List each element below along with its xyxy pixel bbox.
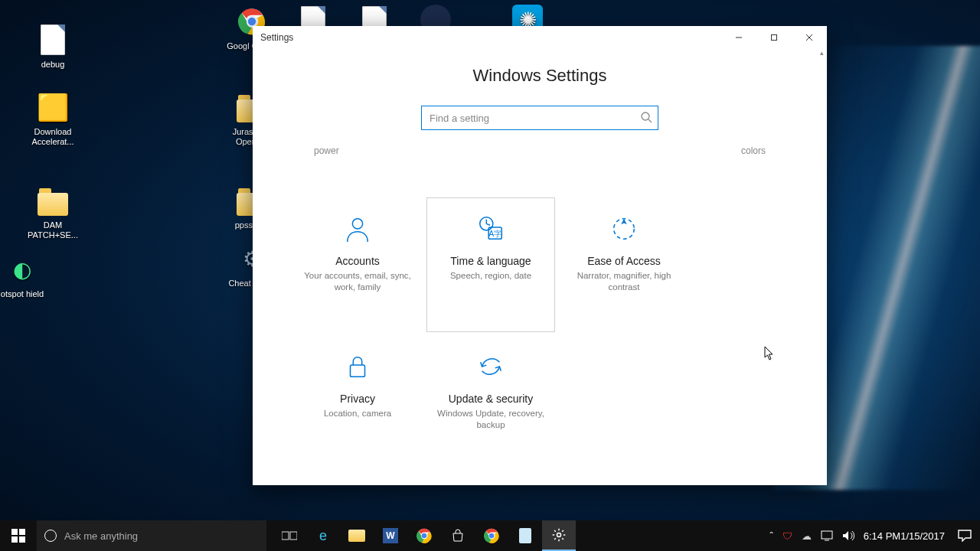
cortana-search[interactable]: Ask me anything bbox=[37, 520, 266, 551]
task-view-button[interactable] bbox=[273, 520, 306, 551]
svg-rect-17 bbox=[351, 365, 365, 377]
tile-ease-of-access[interactable]: Ease of Access Narrator, magnifier, high… bbox=[560, 197, 688, 332]
taskbar: Ask me anything e W bbox=[0, 520, 980, 551]
hint-right: colors bbox=[741, 145, 766, 156]
system-tray: ˆ 🛡 ☁ 6:14 PM 1/15/2017 bbox=[765, 520, 980, 551]
svg-rect-22 bbox=[282, 532, 289, 540]
lock-icon bbox=[342, 351, 373, 382]
taskbar-app-edge[interactable]: e bbox=[306, 520, 340, 551]
desktop-icon-dam-patch[interactable]: DAM PATCH+SE... bbox=[23, 184, 83, 240]
taskbar-app-word[interactable]: W bbox=[374, 520, 407, 551]
note-icon bbox=[519, 528, 531, 543]
tile-title: Accounts bbox=[335, 255, 380, 267]
svg-text:A字: A字 bbox=[488, 230, 501, 238]
svg-point-10 bbox=[352, 219, 362, 229]
svg-rect-23 bbox=[290, 532, 297, 540]
svg-rect-19 bbox=[19, 529, 25, 535]
taskbar-apps: e W bbox=[273, 520, 576, 551]
taskbar-app-settings[interactable] bbox=[542, 520, 576, 551]
folder-icon bbox=[348, 530, 365, 542]
desktop: debug 🟨 Download Accelerat... DAM PATCH+… bbox=[0, 0, 980, 551]
window-title: Settings bbox=[260, 32, 293, 43]
clock-date: 1/15/2017 bbox=[900, 531, 945, 541]
desktop-icon-hotspot-shield[interactable]: ◐ otspot hield bbox=[0, 253, 49, 299]
maximize-button[interactable] bbox=[756, 26, 792, 49]
tray-overflow-button[interactable]: ˆ bbox=[765, 520, 777, 551]
tray-icon-volume[interactable] bbox=[838, 520, 859, 551]
desktop-icon-label: otspot hield bbox=[0, 289, 49, 299]
file-icon bbox=[41, 24, 65, 55]
tile-title: Ease of Access bbox=[587, 255, 661, 267]
settings-window: Settings Windows Settings power colors bbox=[253, 26, 827, 485]
svg-line-9 bbox=[648, 119, 652, 122]
person-icon bbox=[342, 214, 373, 244]
app-icon: 🟨 bbox=[36, 90, 70, 124]
tile-desc: Narrator, magnifier, high contrast bbox=[568, 270, 680, 293]
tile-desc: Location, camera bbox=[324, 408, 391, 419]
app-icon: ◐ bbox=[5, 253, 39, 286]
svg-rect-18 bbox=[11, 529, 18, 535]
tiles-scroll-area[interactable]: Accounts Your accounts, email, sync, wor… bbox=[268, 196, 821, 478]
tile-title: Update & security bbox=[449, 393, 534, 405]
hint-left: power bbox=[314, 145, 339, 156]
settings-tiles: Accounts Your accounts, email, sync, wor… bbox=[268, 196, 821, 471]
search-wrap bbox=[421, 106, 658, 130]
taskbar-app-store[interactable] bbox=[441, 520, 475, 551]
svg-point-27 bbox=[489, 533, 495, 539]
svg-rect-29 bbox=[822, 531, 832, 539]
desktop-icon-label: DAM PATCH+SE... bbox=[23, 220, 83, 240]
action-center-button[interactable] bbox=[949, 520, 980, 551]
scroll-up-icon[interactable]: ▴ bbox=[816, 49, 827, 61]
titlebar[interactable]: Settings bbox=[253, 26, 827, 49]
settings-content: Windows Settings power colors Acco bbox=[253, 49, 827, 485]
ease-of-access-icon bbox=[609, 214, 639, 244]
tray-icon-onedrive[interactable]: ☁ bbox=[797, 520, 816, 551]
scrollbar[interactable]: ▴ bbox=[816, 49, 827, 485]
svg-point-28 bbox=[557, 533, 561, 537]
taskbar-app-chrome[interactable] bbox=[407, 520, 441, 551]
svg-point-25 bbox=[422, 533, 427, 539]
taskbar-clock[interactable]: 6:14 PM 1/15/2017 bbox=[859, 520, 949, 551]
taskbar-app-chrome2[interactable] bbox=[475, 520, 508, 551]
tile-desc: Your accounts, email, sync, work, family bbox=[302, 270, 413, 293]
tile-time-language[interactable]: A字 Time & language Speech, region, date bbox=[426, 197, 555, 332]
desktop-icon-download-accelerator[interactable]: 🟨 Download Accelerat... bbox=[23, 90, 83, 147]
tray-icon-security[interactable]: 🛡 bbox=[778, 520, 797, 551]
tile-title: Privacy bbox=[340, 393, 375, 405]
close-button[interactable] bbox=[792, 26, 827, 49]
cortana-icon bbox=[44, 530, 57, 542]
svg-line-13 bbox=[486, 223, 490, 225]
cortana-placeholder: Ask me anything bbox=[64, 530, 138, 542]
tray-icon-network[interactable] bbox=[816, 520, 838, 551]
search-icon bbox=[640, 111, 652, 126]
tile-title: Time & language bbox=[450, 255, 531, 267]
desktop-icon-debug[interactable]: debug bbox=[23, 23, 83, 70]
result-hints: power colors bbox=[268, 130, 812, 156]
search-input[interactable] bbox=[421, 106, 658, 130]
tile-accounts[interactable]: Accounts Your accounts, email, sync, wor… bbox=[293, 197, 422, 332]
tile-update-security[interactable]: Update & security Windows Update, recove… bbox=[426, 335, 555, 470]
folder-icon bbox=[38, 193, 68, 216]
desktop-icon-label: debug bbox=[23, 60, 83, 70]
sync-icon bbox=[475, 351, 506, 382]
page-title: Windows Settings bbox=[268, 66, 812, 86]
svg-point-8 bbox=[642, 112, 649, 120]
taskbar-app-notepad[interactable] bbox=[508, 520, 542, 551]
tile-desc: Speech, region, date bbox=[450, 270, 531, 282]
time-language-icon: A字 bbox=[475, 214, 506, 244]
tile-privacy[interactable]: Privacy Location, camera bbox=[293, 335, 422, 470]
tile-desc: Windows Update, recovery, backup bbox=[435, 408, 547, 431]
desktop-icon-label: Download Accelerat... bbox=[23, 127, 83, 147]
start-button[interactable] bbox=[0, 520, 37, 551]
taskbar-app-explorer[interactable] bbox=[340, 520, 374, 551]
svg-rect-21 bbox=[19, 536, 25, 543]
minimize-button[interactable] bbox=[721, 26, 756, 49]
svg-rect-5 bbox=[772, 35, 777, 41]
clock-time: 6:14 PM bbox=[864, 531, 900, 541]
svg-rect-20 bbox=[11, 536, 18, 543]
